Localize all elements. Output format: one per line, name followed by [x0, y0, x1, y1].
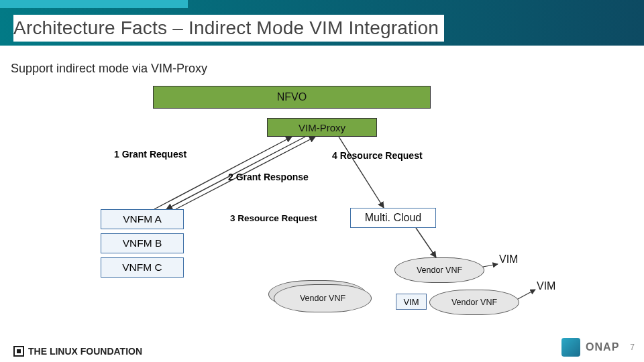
footer-right: ONAP 7 — [561, 338, 635, 357]
label-resource-request-4: 4 Resource Request — [332, 150, 423, 161]
label-grant-request: 1 Grant Request — [114, 149, 186, 160]
svg-line-5 — [483, 264, 498, 267]
multicloud-block: Multi. Cloud — [350, 208, 436, 228]
cloud-vendor-vnf-2-text: Vendor VNF — [417, 265, 462, 275]
vim-label-2: VIM — [537, 280, 555, 292]
cloud-vendor-vnf-2: Vendor VNF — [394, 257, 484, 283]
onap-brand-text: ONAP — [586, 341, 619, 353]
slide-subtitle: Support indirect mode via VIM-Proxy — [11, 62, 207, 76]
vim-proxy-block: VIM-Proxy — [267, 118, 377, 137]
footer-left: THE LINUX FOUNDATION — [13, 346, 142, 357]
vnfm-stack: VNFM A VNFM B VNFM C — [101, 209, 184, 282]
nfvo-block: NFVO — [153, 86, 431, 109]
slide-title: Architecture Facts – Indirect Mode VIM I… — [13, 15, 444, 42]
svg-line-6 — [518, 290, 535, 299]
onap-icon — [561, 338, 580, 357]
cloud-vendor-vnf-1-text: Vendor VNF — [300, 294, 345, 303]
cloud-vendor-vnf-3-text: Vendor VNF — [451, 298, 497, 307]
vim-label-1: VIM — [499, 253, 518, 265]
page-number: 7 — [630, 343, 635, 352]
cloud-vendor-vnf-1: Vendor VNF — [274, 284, 372, 312]
vnfm-c: VNFM C — [101, 257, 184, 278]
svg-line-3 — [339, 137, 384, 208]
vim-box: VIM — [396, 294, 427, 310]
vnfm-a: VNFM A — [101, 209, 184, 229]
linux-foundation-icon — [13, 346, 24, 357]
cloud-vendor-vnf-3: Vendor VNF — [429, 290, 519, 315]
label-resource-request-3: 3 Resource Request — [230, 213, 317, 223]
slide-root: { "title": "Architecture Facts – Indirec… — [0, 0, 644, 362]
footer-left-text: THE LINUX FOUNDATION — [28, 346, 142, 357]
vnfm-b: VNFM B — [101, 233, 184, 253]
label-grant-response: 2 Grant Response — [228, 172, 309, 182]
title-bar-accent — [0, 0, 188, 8]
svg-line-4 — [416, 228, 436, 257]
